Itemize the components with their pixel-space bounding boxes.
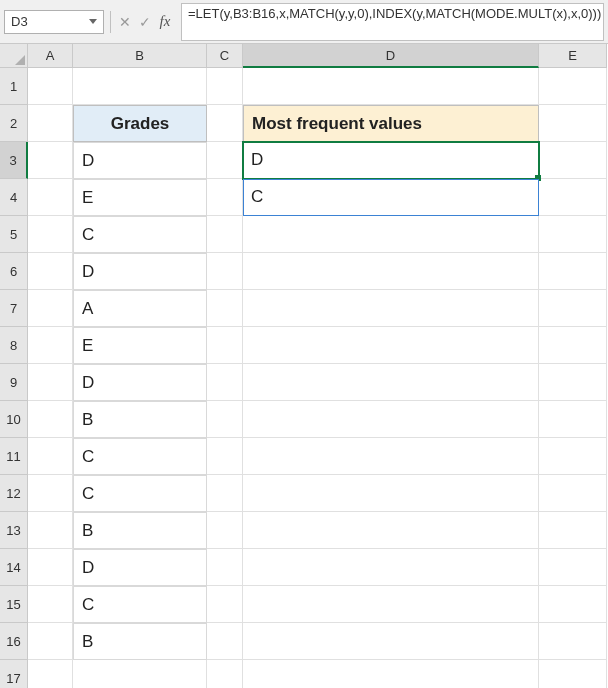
- cell-C7[interactable]: [207, 290, 243, 327]
- cell-E17[interactable]: [539, 660, 607, 688]
- cell-A3[interactable]: [28, 142, 73, 179]
- cell-E10[interactable]: [539, 401, 607, 438]
- grade-cell-4[interactable]: E: [73, 179, 207, 216]
- row-header-17[interactable]: 17: [0, 660, 28, 688]
- cell-E15[interactable]: [539, 586, 607, 623]
- cell-D13[interactable]: [243, 512, 539, 549]
- cell-D17[interactable]: [243, 660, 539, 688]
- cell-D14[interactable]: [243, 549, 539, 586]
- grade-cell-16[interactable]: B: [73, 623, 207, 660]
- cell-C1[interactable]: [207, 68, 243, 105]
- cell-E6[interactable]: [539, 253, 607, 290]
- cell-C9[interactable]: [207, 364, 243, 401]
- row-header-6[interactable]: 6: [0, 253, 28, 290]
- grade-cell-10[interactable]: B: [73, 401, 207, 438]
- grade-cell-5[interactable]: C: [73, 216, 207, 253]
- grade-cell-6[interactable]: D: [73, 253, 207, 290]
- cell-C13[interactable]: [207, 512, 243, 549]
- cell-D8[interactable]: [243, 327, 539, 364]
- row-header-1[interactable]: 1: [0, 68, 28, 105]
- cell-D1[interactable]: [243, 68, 539, 105]
- cell-C8[interactable]: [207, 327, 243, 364]
- header-results[interactable]: Most frequent values: [243, 105, 539, 142]
- cell-A1[interactable]: [28, 68, 73, 105]
- cell-A8[interactable]: [28, 327, 73, 364]
- row-header-12[interactable]: 12: [0, 475, 28, 512]
- cell-A6[interactable]: [28, 253, 73, 290]
- cell-E7[interactable]: [539, 290, 607, 327]
- row-header-7[interactable]: 7: [0, 290, 28, 327]
- row-header-5[interactable]: 5: [0, 216, 28, 253]
- col-header-A[interactable]: A: [28, 44, 73, 68]
- row-header-4[interactable]: 4: [0, 179, 28, 216]
- cell-C6[interactable]: [207, 253, 243, 290]
- cell-C3[interactable]: [207, 142, 243, 179]
- cell-B1[interactable]: [73, 68, 207, 105]
- cell-C2[interactable]: [207, 105, 243, 142]
- cell-A12[interactable]: [28, 475, 73, 512]
- row-header-11[interactable]: 11: [0, 438, 28, 475]
- cell-E12[interactable]: [539, 475, 607, 512]
- cell-E4[interactable]: [539, 179, 607, 216]
- cell-C5[interactable]: [207, 216, 243, 253]
- cell-E8[interactable]: [539, 327, 607, 364]
- cell-A7[interactable]: [28, 290, 73, 327]
- cell-C12[interactable]: [207, 475, 243, 512]
- fx-icon[interactable]: fx: [155, 11, 175, 33]
- result-cell-3[interactable]: D: [243, 142, 539, 179]
- grade-cell-3[interactable]: D: [73, 142, 207, 179]
- row-header-14[interactable]: 14: [0, 549, 28, 586]
- grade-cell-9[interactable]: D: [73, 364, 207, 401]
- cell-E3[interactable]: [539, 142, 607, 179]
- cell-E14[interactable]: [539, 549, 607, 586]
- cell-D16[interactable]: [243, 623, 539, 660]
- cell-D11[interactable]: [243, 438, 539, 475]
- name-box[interactable]: D3: [4, 10, 104, 34]
- grade-cell-14[interactable]: D: [73, 549, 207, 586]
- formula-input[interactable]: =LET(y,B3:B16,x,MATCH(y,y,0),INDEX(y,MAT…: [181, 3, 604, 41]
- cell-C17[interactable]: [207, 660, 243, 688]
- cell-A4[interactable]: [28, 179, 73, 216]
- cell-E2[interactable]: [539, 105, 607, 142]
- cell-E16[interactable]: [539, 623, 607, 660]
- row-header-9[interactable]: 9: [0, 364, 28, 401]
- cell-D9[interactable]: [243, 364, 539, 401]
- cell-D5[interactable]: [243, 216, 539, 253]
- row-header-2[interactable]: 2: [0, 105, 28, 142]
- cell-D7[interactable]: [243, 290, 539, 327]
- chevron-down-icon[interactable]: [89, 19, 97, 24]
- select-all-corner[interactable]: [0, 44, 28, 68]
- col-header-E[interactable]: E: [539, 44, 607, 68]
- grade-cell-7[interactable]: A: [73, 290, 207, 327]
- col-header-B[interactable]: B: [73, 44, 207, 68]
- cell-E1[interactable]: [539, 68, 607, 105]
- grade-cell-13[interactable]: B: [73, 512, 207, 549]
- grade-cell-15[interactable]: C: [73, 586, 207, 623]
- row-header-3[interactable]: 3: [0, 142, 28, 179]
- cell-A15[interactable]: [28, 586, 73, 623]
- row-header-16[interactable]: 16: [0, 623, 28, 660]
- cell-A14[interactable]: [28, 549, 73, 586]
- row-header-15[interactable]: 15: [0, 586, 28, 623]
- cell-C14[interactable]: [207, 549, 243, 586]
- cell-B17[interactable]: [73, 660, 207, 688]
- cell-A10[interactable]: [28, 401, 73, 438]
- cell-A17[interactable]: [28, 660, 73, 688]
- col-header-D[interactable]: D: [243, 44, 539, 68]
- check-icon[interactable]: ✓: [135, 11, 155, 33]
- cell-A16[interactable]: [28, 623, 73, 660]
- cell-E13[interactable]: [539, 512, 607, 549]
- cell-A5[interactable]: [28, 216, 73, 253]
- grade-cell-11[interactable]: C: [73, 438, 207, 475]
- grade-cell-12[interactable]: C: [73, 475, 207, 512]
- cell-A2[interactable]: [28, 105, 73, 142]
- cell-E9[interactable]: [539, 364, 607, 401]
- row-header-10[interactable]: 10: [0, 401, 28, 438]
- cell-C15[interactable]: [207, 586, 243, 623]
- row-header-8[interactable]: 8: [0, 327, 28, 364]
- cell-C16[interactable]: [207, 623, 243, 660]
- cancel-icon[interactable]: ✕: [115, 11, 135, 33]
- cell-C4[interactable]: [207, 179, 243, 216]
- cell-D15[interactable]: [243, 586, 539, 623]
- header-grades[interactable]: Grades: [73, 105, 207, 142]
